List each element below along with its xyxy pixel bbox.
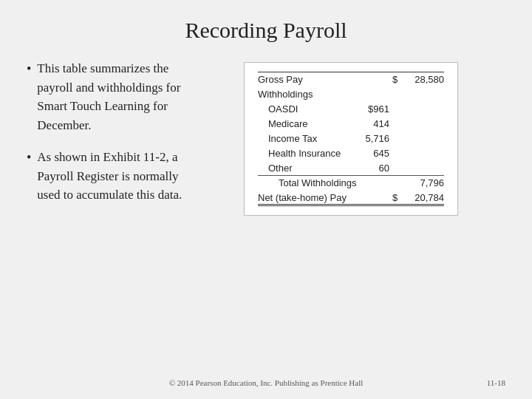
slide: Recording Payroll • This table summarize… xyxy=(0,0,532,399)
content-area: • This table summarizes the payroll and … xyxy=(27,59,505,374)
label-gross-pay: Gross Pay xyxy=(258,73,358,86)
table-row-gross-pay: Gross Pay $ 28,580 xyxy=(258,72,444,86)
label-withholdings: Withholdings xyxy=(258,88,358,100)
table-container: Gross Pay $ 28,580 Withholdings OASDI $9… xyxy=(197,59,505,216)
val1-other: 60 xyxy=(358,162,392,174)
val1-oasdi: $961 xyxy=(358,103,392,115)
val2-gross-pay: 28,580 xyxy=(403,73,444,86)
footer: © 2014 Pearson Education, Inc. Publishin… xyxy=(27,374,505,387)
val1-net-pay xyxy=(358,197,392,199)
bullet-item-1: • This table summarizes the payroll and … xyxy=(27,59,189,134)
table-row-total-withholdings: Total Withholdings 7,796 xyxy=(258,175,444,190)
val2-other xyxy=(403,167,444,168)
val2-withholdings xyxy=(403,93,444,95)
table-row-oasdi: OASDI $961 xyxy=(258,101,444,116)
table-row-withholdings: Withholdings xyxy=(258,86,444,101)
label-income-tax: Income Tax xyxy=(258,132,358,145)
val2-net-pay: 20,784 xyxy=(403,191,444,204)
label-net-pay: Net (take-home) Pay xyxy=(258,191,358,204)
val2-health-insurance xyxy=(403,152,444,154)
label-other: Other xyxy=(258,162,358,174)
table-row-medicare: Medicare 414 xyxy=(258,116,444,131)
val1-health-insurance: 645 xyxy=(358,147,392,160)
footer-copyright: © 2014 Pearson Education, Inc. Publishin… xyxy=(64,378,468,387)
table-row-income-tax: Income Tax 5,716 xyxy=(258,131,444,146)
val1-total-withholdings xyxy=(358,183,392,184)
val1-withholdings xyxy=(358,93,392,95)
table-row-health-insurance: Health Insurance 645 xyxy=(258,146,444,160)
table-row-other: Other 60 xyxy=(258,160,444,175)
val1-gross-pay xyxy=(358,79,392,81)
val1-income-tax: 5,716 xyxy=(358,132,392,145)
table-row-net-pay: Net (take-home) Pay $ 20,784 xyxy=(258,191,444,206)
dollar2-net-pay: $ xyxy=(392,192,403,203)
slide-title: Recording Payroll xyxy=(185,18,347,43)
payroll-table: Gross Pay $ 28,580 Withholdings OASDI $9… xyxy=(244,62,458,216)
val2-medicare xyxy=(403,123,444,124)
bullets-section: • This table summarizes the payroll and … xyxy=(27,59,197,218)
dollar2-gross-pay: $ xyxy=(392,74,403,85)
footer-page: 11-18 xyxy=(468,378,505,387)
label-oasdi: OASDI xyxy=(258,103,358,115)
label-total-withholdings: Total Withholdings xyxy=(258,177,358,189)
val2-income-tax xyxy=(403,137,444,139)
bullet-dot-2: • xyxy=(27,148,31,168)
bullet-dot-1: • xyxy=(27,59,31,79)
val2-total-withholdings: 7,796 xyxy=(403,177,444,189)
bullet-item-2: • As shown in Exhibit 11-2, a Payroll Re… xyxy=(27,148,189,205)
bullet-text-1: This table summarizes the payroll and wi… xyxy=(37,59,189,134)
val2-oasdi xyxy=(403,108,444,109)
label-medicare: Medicare xyxy=(258,117,358,130)
val1-medicare: 414 xyxy=(358,117,392,130)
bullet-text-2: As shown in Exhibit 11-2, a Payroll Regi… xyxy=(37,148,189,205)
label-health-insurance: Health Insurance xyxy=(258,147,358,160)
